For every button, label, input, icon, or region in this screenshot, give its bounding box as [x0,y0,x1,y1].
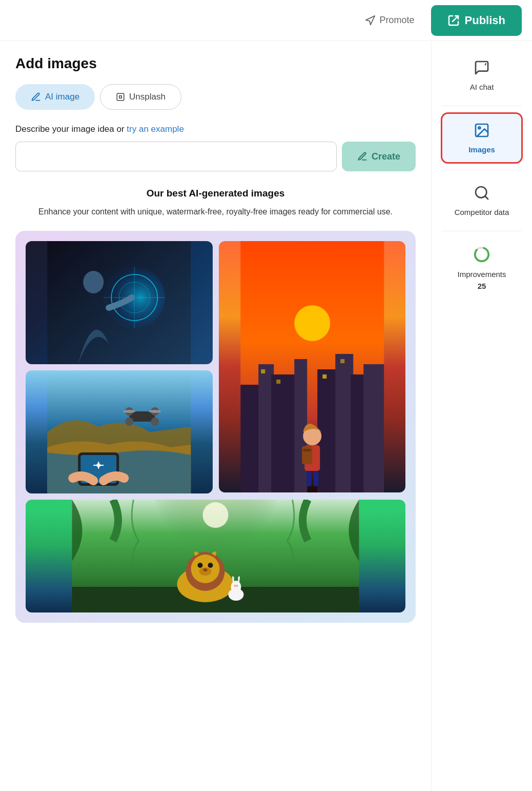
publish-button[interactable]: Publish [431,5,522,36]
gallery-image-drone[interactable] [26,370,213,493]
ai-subtext: Enhance your content with unique, waterm… [15,205,416,219]
ai-image-icon [31,92,41,102]
search-icon [474,185,490,205]
svg-point-40 [149,410,161,413]
gallery-image-woman-city[interactable] [219,241,406,492]
sidebar-item-images[interactable]: Images [441,112,523,164]
gallery-image-lion[interactable] [26,500,405,612]
svg-point-54 [234,585,236,587]
svg-rect-27 [313,471,318,486]
svg-rect-15 [335,354,353,492]
page-title: Add images [15,55,416,72]
gallery-image-tech-man[interactable] [26,241,213,364]
sidebar-item-competitor[interactable]: Competitor data [441,176,523,225]
ai-heading: Our best AI-generated images [15,188,416,199]
improvements-icon [473,246,490,267]
svg-rect-12 [271,374,297,492]
sidebar-competitor-label: Competitor data [455,208,509,216]
svg-point-51 [203,568,208,571]
svg-rect-20 [322,374,326,379]
publish-label: Publish [465,14,505,27]
tab-ai-image[interactable]: AI image [15,84,95,110]
image-icon [474,122,490,142]
svg-point-39 [123,410,135,413]
svg-point-38 [151,418,159,426]
svg-line-59 [485,196,488,199]
svg-rect-19 [276,380,280,384]
image-description-input[interactable] [15,142,337,171]
create-label: Create [372,151,400,162]
tab-unsplash[interactable]: Unsplash [100,84,181,110]
try-example-link[interactable]: try an example [127,124,184,134]
chat-icon [474,60,490,80]
svg-rect-10 [240,385,261,492]
sidebar-item-improvements[interactable]: Improvements 25 [441,238,523,299]
lion-illustration [26,500,405,612]
tab-ai-image-label: AI image [45,92,79,102]
promote-icon [364,15,376,26]
create-button[interactable]: Create [342,142,416,171]
svg-point-53 [231,581,241,593]
image-grid [26,241,405,612]
svg-rect-34 [129,411,155,422]
image-gallery [15,231,416,623]
description-text: Describe your image idea or [15,124,125,134]
input-row: Create [15,142,416,171]
create-icon [357,151,367,162]
unsplash-icon [116,92,125,102]
sidebar: AI chat Images Competitor [432,41,532,791]
svg-rect-0 [117,93,124,101]
svg-rect-26 [306,471,312,486]
description-row: Describe your image idea or try an examp… [15,124,416,134]
sidebar-improvements-label: Improvements [457,270,506,279]
sidebar-divider-1 [442,106,522,106]
promote-button[interactable]: Promote [356,10,423,31]
sidebar-images-label: Images [468,145,495,154]
main-layout: Add images AI image Unsplash Describe yo… [0,41,532,791]
svg-rect-17 [363,364,384,492]
svg-rect-18 [261,369,265,373]
sidebar-item-ai-chat[interactable]: AI chat [441,51,523,100]
svg-point-55 [236,585,238,587]
svg-point-9 [294,305,330,341]
svg-point-57 [478,127,480,129]
svg-point-43 [203,502,229,528]
tech-man-illustration [26,241,213,364]
promote-label: Promote [380,15,415,26]
woman-city-illustration [219,241,406,492]
svg-rect-25 [303,449,311,451]
tab-unsplash-label: Unsplash [129,92,166,102]
publish-icon [447,14,460,27]
svg-point-48 [198,563,203,568]
svg-point-7 [83,271,104,293]
svg-rect-13 [294,359,307,492]
svg-point-37 [125,418,133,426]
sidebar-divider-2 [442,170,522,170]
improvements-count: 25 [478,282,486,290]
top-bar: Promote Publish [0,0,532,41]
svg-rect-21 [340,359,344,363]
tab-switcher: AI image Unsplash [15,84,416,110]
svg-point-49 [208,563,213,568]
sidebar-ai-chat-label: AI chat [470,83,494,91]
drone-illustration [26,370,213,493]
main-content: Add images AI image Unsplash Describe yo… [0,41,432,791]
sidebar-divider-3 [442,231,522,231]
svg-point-61 [475,248,488,261]
